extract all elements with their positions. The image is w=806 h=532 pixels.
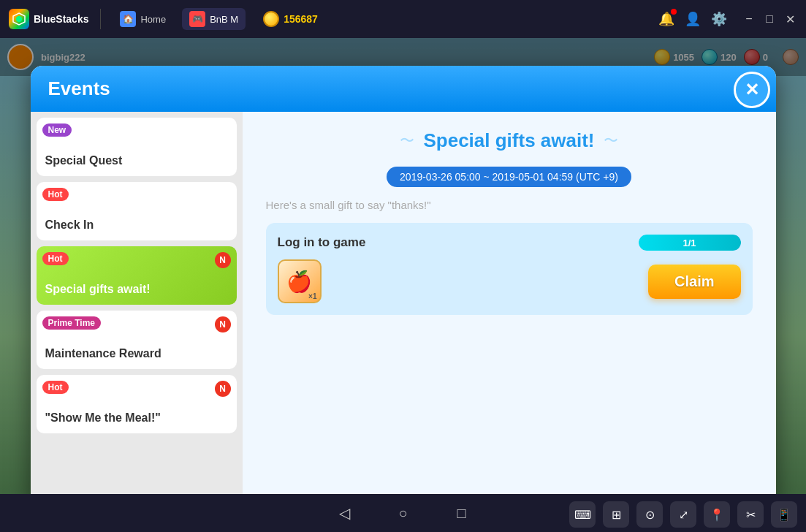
app-name: BlueStacks xyxy=(34,13,88,25)
sidebar-item-maintenance[interactable]: Prime Time N Maintenance Reward xyxy=(37,311,237,369)
content-title-row: 〜 Special gifts await! 〜 xyxy=(266,129,753,152)
modal-header: Events xyxy=(31,66,776,112)
home-tab-label: Home xyxy=(140,14,166,25)
phone-icon[interactable]: 📱 xyxy=(771,501,797,528)
check-in-title: Check In xyxy=(45,218,228,232)
reward-emoji: 🍎 xyxy=(286,270,312,294)
coin-icon xyxy=(263,11,279,27)
special-quest-title: Special Quest xyxy=(45,154,228,167)
sidebar-item-meal[interactable]: Hot N "Show Me the Meal!" xyxy=(37,375,237,433)
location-icon[interactable]: 📍 xyxy=(704,501,730,528)
badge-primetime: Prime Time xyxy=(42,316,101,330)
coins-display: 156687 xyxy=(263,11,318,27)
task-row: Log in to game 1/1 xyxy=(278,235,741,251)
home-button[interactable]: ○ xyxy=(392,501,415,525)
bluestacks-logo: BlueStacks xyxy=(9,9,88,29)
tab-game[interactable]: 🎮 BnB M xyxy=(182,8,246,30)
sidebar-item-check-in[interactable]: Hot Check In xyxy=(37,182,237,240)
notif-badge-maintenance: N xyxy=(215,316,231,332)
bluestacks-topbar: BlueStacks 🏠 Home 🎮 BnB M 156687 🔔 👤 ⚙️ … xyxy=(0,0,806,38)
sidebar-item-special-gifts[interactable]: Hot N Special gifts await! xyxy=(37,246,237,305)
bell-notif-dot xyxy=(671,9,677,15)
notif-badge-meal: N xyxy=(215,381,231,397)
home-tab-icon: 🏠 xyxy=(120,11,136,27)
game-tab-label: BnB M xyxy=(210,14,238,25)
task-card: Log in to game 1/1 🍎 ×1 xyxy=(266,223,753,315)
reward-count: ×1 xyxy=(308,292,316,300)
task-reward-row: 🍎 ×1 Claim xyxy=(278,259,741,303)
date-range-text: 2019-03-26 05:00 ~ 2019-05-01 04:59 (UTC… xyxy=(400,171,618,183)
content-date-badge: 2019-03-26 05:00 ~ 2019-05-01 04:59 (UTC… xyxy=(387,167,631,187)
content-title: Special gifts await! xyxy=(423,129,594,152)
meal-title: "Show Me the Meal!" xyxy=(45,411,228,425)
modal-title: Events xyxy=(48,77,110,100)
events-content: 〜 Special gifts await! 〜 2019-03-26 05:0… xyxy=(243,112,776,504)
topbar-icons: 🔔 👤 ⚙️ xyxy=(658,11,727,27)
task-progress: 1/1 xyxy=(639,235,741,251)
game-tab-icon: 🎮 xyxy=(189,11,205,27)
recents-button[interactable]: □ xyxy=(450,501,474,525)
keyboard-icon[interactable]: ⌨ xyxy=(569,501,596,528)
events-sidebar: New Special Quest Hot Check In Hot N Spe… xyxy=(31,112,243,504)
close-button[interactable]: ✕ xyxy=(783,12,797,26)
sidebar-item-special-quest[interactable]: New Special Quest xyxy=(37,118,237,176)
svg-point-1 xyxy=(16,16,22,22)
tab-home[interactable]: 🏠 Home xyxy=(113,8,173,30)
title-deco-left: 〜 xyxy=(400,131,414,151)
modal-close-button[interactable]: ✕ xyxy=(734,72,770,108)
back-button[interactable]: ◁ xyxy=(333,501,357,525)
bs-logo-icon xyxy=(9,9,29,29)
badge-hot-gifts: Hot xyxy=(42,252,69,265)
modal-body: New Special Quest Hot Check In Hot N Spe… xyxy=(31,112,776,504)
close-x-icon: ✕ xyxy=(745,80,759,100)
multiwindow-icon[interactable]: ⊞ xyxy=(603,501,629,528)
badge-hot-checkin: Hot xyxy=(42,188,69,201)
claim-button[interactable]: Claim xyxy=(648,265,740,299)
notif-badge-gifts: N xyxy=(215,252,231,268)
record-icon[interactable]: ⊙ xyxy=(636,501,663,528)
scissors-icon[interactable]: ✂ xyxy=(737,501,764,528)
progress-text: 1/1 xyxy=(683,238,696,248)
bottom-right-icons: ⌨ ⊞ ⊙ ⤢ 📍 ✂ 📱 xyxy=(569,501,797,528)
user-icon[interactable]: 👤 xyxy=(685,11,701,27)
fullscreen-icon[interactable]: ⤢ xyxy=(670,501,696,528)
modal-overlay: Events ✕ New Special Quest Hot xyxy=(0,38,806,532)
events-modal: Events ✕ New Special Quest Hot xyxy=(31,66,776,504)
reward-icon: 🍎 ×1 xyxy=(278,259,322,303)
android-navbar: ◁ ○ □ ⌨ ⊞ ⊙ ⤢ 📍 ✂ 📱 xyxy=(0,494,806,532)
content-description: Here's a small gift to say "thanks!" xyxy=(266,199,753,211)
title-deco-right: 〜 xyxy=(604,131,618,151)
badge-new: New xyxy=(42,123,72,137)
topbar-divider xyxy=(100,9,101,29)
coins-value: 156687 xyxy=(284,13,318,25)
gear-icon[interactable]: ⚙️ xyxy=(711,11,727,27)
window-controls: − □ ✕ xyxy=(742,12,797,26)
maintenance-title: Maintenance Reward xyxy=(45,347,228,360)
badge-hot-meal: Hot xyxy=(42,381,69,394)
restore-button[interactable]: □ xyxy=(762,12,777,26)
progress-bar-container: 1/1 xyxy=(639,235,741,251)
game-background: bigbig222 1055 120 0 Events ✕ xyxy=(0,38,806,532)
bell-icon[interactable]: 🔔 xyxy=(658,11,674,27)
minimize-button[interactable]: − xyxy=(742,12,756,26)
task-label: Log in to game xyxy=(278,235,366,250)
special-gifts-title: Special gifts await! xyxy=(45,283,228,296)
